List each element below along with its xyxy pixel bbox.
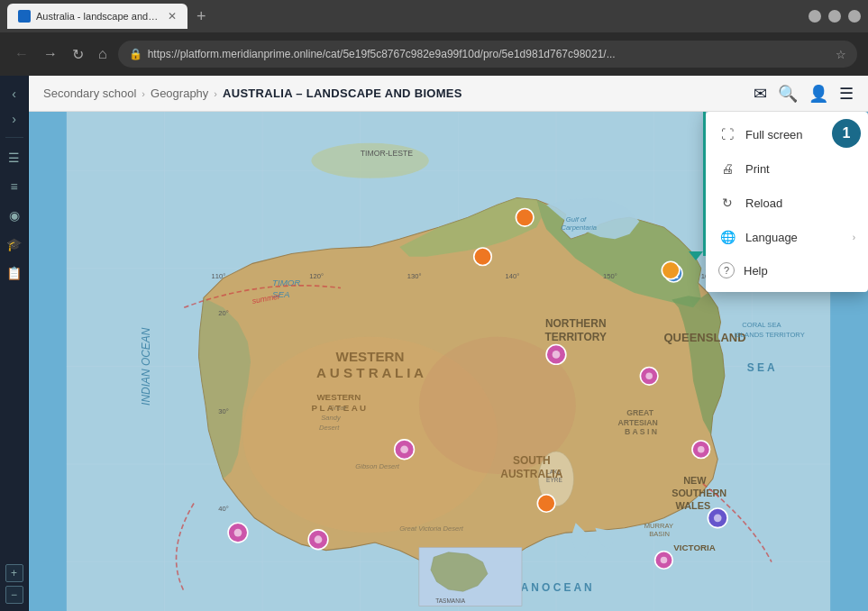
breadcrumb-sep-1: › [142, 88, 145, 99]
svg-point-68 [474, 248, 492, 266]
svg-text:B A S I N: B A S I N [625, 427, 657, 436]
svg-text:140°: 140° [506, 272, 520, 280]
number-badge: 1 [832, 119, 861, 148]
fullscreen-icon: ⛶ [718, 125, 736, 143]
svg-text:Carpentaria: Carpentaria [561, 223, 597, 232]
sidebar-globe-button[interactable]: ◉ [2, 203, 27, 228]
svg-text:Great: Great [329, 404, 347, 412]
sidebar-divider-1 [5, 137, 23, 138]
svg-text:20°: 20° [218, 309, 228, 317]
fullscreen-label: Full screen [745, 128, 803, 141]
svg-point-80 [662, 261, 680, 279]
window-minimize-button[interactable] [809, 10, 821, 23]
sidebar-list-button[interactable]: ≡ [2, 174, 27, 199]
home-button[interactable]: ⌂ [95, 44, 111, 64]
svg-text:GREAT: GREAT [626, 408, 653, 417]
tab-bar: Australia - landscape and biom... ✕ + [0, 0, 868, 32]
svg-text:TIMOR-LESTE: TIMOR-LESTE [361, 149, 414, 158]
svg-text:Great Victoria Desert: Great Victoria Desert [399, 524, 464, 533]
svg-point-62 [645, 372, 653, 379]
svg-text:SOUTH: SOUTH [513, 454, 551, 467]
svg-text:S E A: S E A [747, 361, 775, 374]
breadcrumb-sep-2: › [214, 88, 217, 99]
language-menu-item[interactable]: 🌐 Language › [706, 220, 868, 254]
svg-text:TASMANIA: TASMANIA [435, 597, 465, 604]
print-icon: 🖨 [718, 160, 736, 178]
svg-point-65 [537, 495, 555, 513]
user-button[interactable]: 👤 [809, 84, 828, 104]
teal-indicator-arrow [689, 251, 703, 260]
svg-point-64 [400, 445, 408, 453]
help-icon: ? [718, 262, 735, 278]
svg-text:CORAL SEA: CORAL SEA [742, 321, 781, 329]
search-button[interactable]: 🔍 [778, 84, 798, 104]
zoom-in-button[interactable]: + [5, 564, 23, 582]
svg-point-74 [315, 535, 323, 543]
svg-text:130°: 130° [407, 272, 422, 280]
lock-icon: 🔒 [129, 48, 142, 60]
forward-button[interactable]: → [40, 44, 61, 64]
left-sidebar: ‹ › ☰ ≡ ◉ 🎓 📋 + − [0, 76, 29, 611]
breadcrumb-current: AUSTRALIA – LANDSCAPE AND BIOMES [223, 87, 462, 100]
svg-text:110°: 110° [212, 272, 226, 280]
svg-text:WALES: WALES [676, 500, 711, 511]
window-close-button[interactable] [848, 10, 861, 23]
svg-point-76 [714, 514, 722, 522]
svg-point-67 [234, 529, 242, 537]
url-input[interactable]: 🔒 https://platform.meridianprime.online/… [118, 41, 857, 68]
main-content: Secondary school › Geography › AUSTRALIA… [29, 76, 868, 611]
svg-text:WESTERN: WESTERN [336, 349, 405, 364]
sidebar-layers-button[interactable]: ☰ [2, 145, 27, 170]
address-bar: ← → ↻ ⌂ 🔒 https://platform.meridianprime… [0, 32, 868, 76]
print-label: Print [745, 162, 770, 176]
map-container[interactable]: TIMOR-LESTE LAKE EYRE [29, 112, 868, 611]
svg-text:Sandy: Sandy [321, 414, 342, 422]
language-label: Language [745, 231, 798, 244]
svg-text:A U S T R A L I A: A U S T R A L I A [316, 365, 424, 380]
tab-close-button[interactable]: ✕ [168, 10, 177, 23]
svg-point-70 [698, 446, 705, 453]
svg-text:ISLANDS TERRITORY: ISLANDS TERRITORY [735, 331, 805, 339]
top-bar: Secondary school › Geography › AUSTRALIA… [29, 76, 868, 112]
svg-text:VICTORIA: VICTORIA [673, 543, 715, 552]
svg-text:Gulf of: Gulf of [566, 215, 587, 223]
sidebar-expand-button[interactable]: › [4, 108, 25, 130]
sidebar-education-button[interactable]: 🎓 [2, 232, 27, 257]
reload-icon: ↻ [718, 194, 736, 212]
help-label: Help [744, 264, 768, 278]
svg-text:WESTERN: WESTERN [316, 392, 361, 402]
svg-text:ARTESIAN: ARTESIAN [617, 418, 657, 427]
svg-text:Desert: Desert [319, 424, 340, 432]
language-icon: 🌐 [718, 228, 736, 246]
tab-favicon [18, 10, 31, 23]
top-actions: ✉ 🔍 👤 ☰ [754, 84, 854, 104]
svg-text:Gibson Desert: Gibson Desert [355, 462, 399, 470]
url-text: https://platform.meridianprime.online/ca… [148, 48, 830, 60]
teal-indicator-line [703, 112, 706, 256]
svg-text:30°: 30° [218, 407, 228, 415]
help-menu-item[interactable]: ? Help [706, 254, 868, 287]
svg-point-60 [553, 351, 561, 359]
print-menu-item[interactable]: 🖨 Print [706, 151, 868, 186]
sidebar-bottom: + − [5, 564, 23, 604]
svg-point-78 [661, 557, 668, 564]
email-button[interactable]: ✉ [754, 84, 767, 104]
svg-text:150°: 150° [603, 272, 617, 280]
menu-button[interactable]: ☰ [839, 84, 854, 104]
language-arrow: › [853, 233, 855, 242]
reload-button[interactable]: ↻ [69, 44, 87, 65]
sidebar-notes-button[interactable]: 📋 [2, 260, 27, 286]
window-maximize-button[interactable] [828, 10, 841, 23]
zoom-out-button[interactable]: − [5, 586, 23, 604]
bookmark-icon[interactable]: ☆ [836, 48, 846, 61]
breadcrumb-geography[interactable]: Geography [151, 87, 208, 100]
back-button[interactable]: ← [11, 44, 32, 64]
reload-menu-item[interactable]: ↻ Reload [706, 186, 868, 220]
new-tab-button[interactable]: + [191, 7, 212, 26]
active-tab[interactable]: Australia - landscape and biom... ✕ [7, 4, 187, 29]
svg-text:120°: 120° [309, 272, 324, 280]
svg-text:40°: 40° [218, 505, 228, 513]
breadcrumb-school[interactable]: Secondary school [43, 87, 136, 100]
window-controls [809, 10, 861, 23]
sidebar-collapse-button[interactable]: ‹ [4, 83, 25, 105]
